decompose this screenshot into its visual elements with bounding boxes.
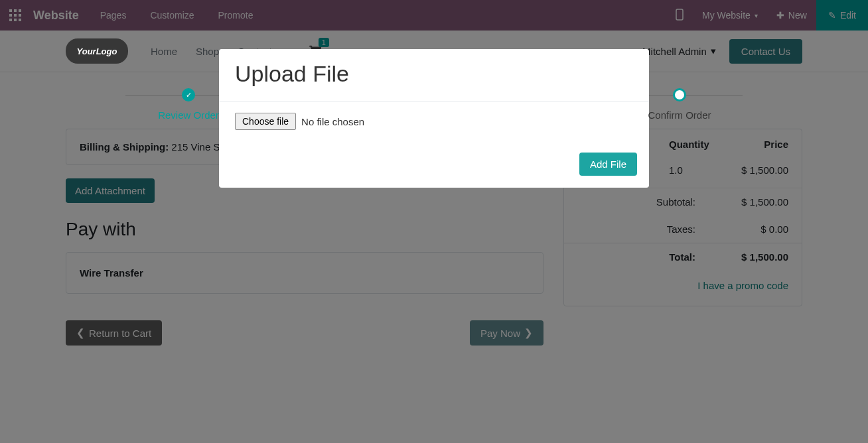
step-confirm[interactable]: Confirm Order <box>557 88 802 121</box>
logo-text: YourLogo <box>77 46 117 56</box>
step-confirm-label: Confirm Order <box>648 109 711 121</box>
step-review[interactable]: ✓ Review Order <box>66 88 311 121</box>
step-review-label: Review Order <box>158 109 219 121</box>
modal-title: Upload File <box>235 61 633 87</box>
step-circle-current <box>673 88 686 101</box>
add-file-button[interactable]: Add File <box>579 153 637 176</box>
modal-footer: Add File <box>219 145 649 188</box>
check-icon: ✓ <box>182 88 195 101</box>
modal-overlay[interactable]: Upload File Choose file No file chosen A… <box>0 0 868 443</box>
